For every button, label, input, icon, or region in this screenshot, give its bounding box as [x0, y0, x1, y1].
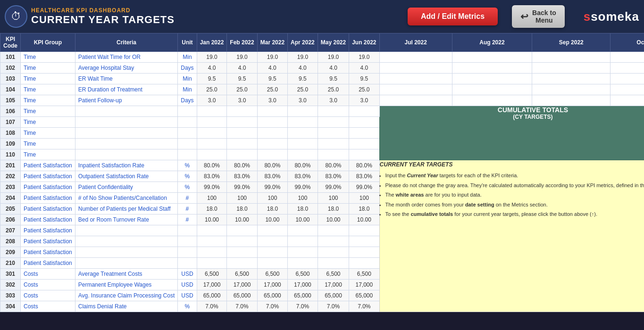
- cell-value[interactable]: [349, 149, 379, 160]
- cell-value-input[interactable]: [452, 52, 532, 63]
- kpi-table: KPICode KPI Group Criteria Unit Jan 2022…: [0, 33, 644, 312]
- cell-value-input[interactable]: [379, 52, 452, 63]
- cell-value[interactable]: [227, 236, 257, 247]
- cell-value[interactable]: [318, 106, 349, 117]
- cell-value: 83.0%: [349, 171, 379, 182]
- cell-value[interactable]: [257, 247, 287, 258]
- cell-value-input[interactable]: [611, 74, 644, 84]
- cell-group: Patient Satisfaction: [21, 214, 75, 225]
- cell-value[interactable]: [197, 258, 227, 269]
- cell-value[interactable]: [257, 139, 287, 149]
- cell-value: 17,000: [227, 280, 257, 290]
- cell-value: 10.00: [318, 214, 349, 225]
- cell-value[interactable]: [318, 149, 349, 160]
- cell-value[interactable]: [288, 247, 318, 258]
- cell-value[interactable]: [197, 117, 227, 128]
- cumulative-totals-box[interactable]: CUMULATIVE TOTALS(CY TARGETS): [379, 106, 644, 160]
- cell-value[interactable]: [288, 236, 318, 247]
- cell-value[interactable]: [227, 139, 257, 149]
- cell-criteria: ER Duration of Treatment: [75, 84, 178, 95]
- cell-value-input[interactable]: [611, 52, 644, 63]
- cell-value-input[interactable]: [379, 84, 452, 95]
- cell-value[interactable]: [349, 258, 379, 269]
- cell-value-input[interactable]: [611, 84, 644, 95]
- cell-value[interactable]: [227, 149, 257, 160]
- arrow-indicator: ▲: [380, 220, 644, 231]
- cell-value[interactable]: [349, 117, 379, 128]
- cell-value-input[interactable]: [532, 63, 611, 74]
- cell-value[interactable]: [197, 139, 227, 149]
- cell-value-input[interactable]: [452, 84, 532, 95]
- cell-value[interactable]: [349, 225, 379, 236]
- cell-value[interactable]: [349, 139, 379, 149]
- cell-criteria: Avg. Insurance Claim Processing Cost: [75, 290, 178, 301]
- cell-value[interactable]: [349, 106, 379, 117]
- cell-value[interactable]: [197, 149, 227, 160]
- cell-value-input[interactable]: [611, 95, 644, 106]
- cell-value: 10.00: [227, 214, 257, 225]
- cell-criteria: [75, 247, 178, 258]
- cell-criteria: Bed or Room Turnover Rate: [75, 214, 178, 225]
- cell-value[interactable]: [318, 117, 349, 128]
- cell-value[interactable]: [257, 117, 287, 128]
- cell-value[interactable]: [288, 149, 318, 160]
- cell-value[interactable]: [197, 106, 227, 117]
- cell-value[interactable]: [349, 236, 379, 247]
- cell-code: 206: [0, 214, 21, 225]
- cell-value[interactable]: [197, 236, 227, 247]
- cell-value: 100: [288, 193, 318, 204]
- cell-value-input[interactable]: [452, 63, 532, 74]
- cell-value-input[interactable]: [532, 95, 611, 106]
- cell-value[interactable]: [227, 128, 257, 139]
- cell-value[interactable]: [318, 247, 349, 258]
- cell-value[interactable]: [288, 128, 318, 139]
- cell-value-input[interactable]: [532, 52, 611, 63]
- cell-value-input[interactable]: [379, 63, 452, 74]
- cell-value[interactable]: [288, 225, 318, 236]
- cell-value[interactable]: [318, 128, 349, 139]
- add-edit-button[interactable]: Add / Edit Metrics: [408, 8, 498, 25]
- cell-value[interactable]: [318, 258, 349, 269]
- cell-value[interactable]: [318, 225, 349, 236]
- cell-value-input[interactable]: [452, 95, 532, 106]
- cell-value[interactable]: [227, 247, 257, 258]
- cell-value[interactable]: [257, 128, 287, 139]
- cell-value: 19.0: [349, 52, 379, 63]
- col-header-feb: Feb 2022: [227, 33, 257, 52]
- cell-value[interactable]: [349, 247, 379, 258]
- cell-value[interactable]: [257, 258, 287, 269]
- cell-value[interactable]: [257, 106, 287, 117]
- cell-value-input[interactable]: [532, 74, 611, 84]
- cell-value[interactable]: [257, 149, 287, 160]
- cell-criteria: [75, 236, 178, 247]
- cell-unit: #: [178, 193, 197, 204]
- cell-value[interactable]: [197, 225, 227, 236]
- cell-group: Time: [21, 52, 75, 63]
- cell-value-input[interactable]: [452, 74, 532, 84]
- cell-value[interactable]: [349, 128, 379, 139]
- cell-value[interactable]: [288, 117, 318, 128]
- cell-value[interactable]: [288, 106, 318, 117]
- cell-group: Time: [21, 95, 75, 106]
- back-to-menu-button[interactable]: ↩ Back toMenu: [512, 5, 565, 28]
- cell-value[interactable]: [197, 247, 227, 258]
- cell-code: 304: [0, 301, 21, 312]
- cell-value[interactable]: [318, 139, 349, 149]
- cell-value-input[interactable]: [611, 63, 644, 74]
- cell-value-input[interactable]: [379, 74, 452, 84]
- cell-value[interactable]: [257, 236, 287, 247]
- cell-value[interactable]: [227, 258, 257, 269]
- cell-value[interactable]: [227, 106, 257, 117]
- cell-value-input[interactable]: [532, 84, 611, 95]
- cell-value-input[interactable]: [379, 95, 452, 106]
- cell-value[interactable]: [227, 117, 257, 128]
- cell-value[interactable]: [197, 128, 227, 139]
- cell-value: 4.0: [257, 63, 287, 74]
- cell-value[interactable]: [318, 236, 349, 247]
- cell-value[interactable]: [227, 225, 257, 236]
- cell-value: 65,000: [318, 290, 349, 301]
- cell-value[interactable]: [288, 139, 318, 149]
- cell-value: 80.0%: [288, 160, 318, 171]
- cell-value[interactable]: [288, 258, 318, 269]
- cell-value[interactable]: [257, 225, 287, 236]
